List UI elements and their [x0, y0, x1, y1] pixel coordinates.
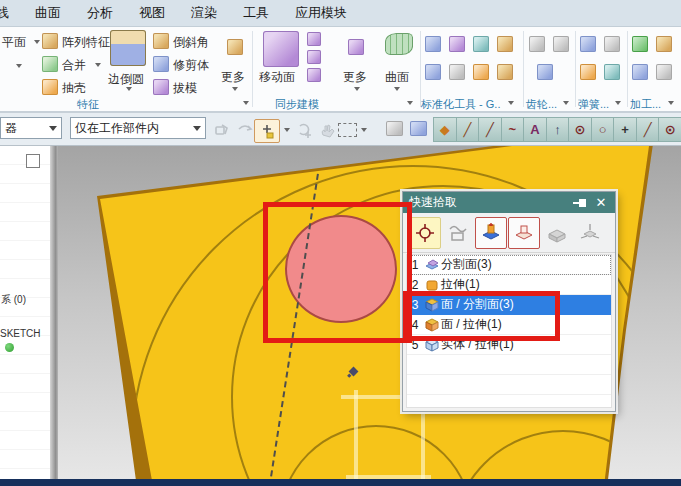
- gear-group-dropdown-icon[interactable]: [563, 101, 569, 105]
- machining-check-icon[interactable]: [632, 36, 648, 52]
- shell-icon[interactable]: [42, 79, 58, 95]
- std-tool-icon-8[interactable]: [497, 64, 513, 80]
- selection-scope-combo[interactable]: 仅在工作部件内: [70, 117, 206, 139]
- menu-item-tools[interactable]: 工具: [243, 4, 269, 22]
- snap-enable-icon[interactable]: ◆: [433, 117, 457, 142]
- snap-solid-icon[interactable]: [410, 121, 427, 136]
- quick-pick-titlebar[interactable]: 快速拾取 ✕: [403, 192, 615, 213]
- trim-body-button[interactable]: 修剪体: [173, 57, 209, 74]
- snap-arc-center-icon[interactable]: ↑: [546, 117, 570, 142]
- spring-tool-icon-4[interactable]: [604, 64, 620, 80]
- chamfer-icon[interactable]: [153, 33, 169, 49]
- snap-existing-point-icon[interactable]: +: [613, 117, 637, 142]
- spring-tool-icon-2[interactable]: [604, 36, 620, 52]
- machining-tool-icon-4[interactable]: [656, 64, 672, 80]
- more-sync-dropdown-icon[interactable]: [354, 87, 360, 91]
- filter-body-feature-button[interactable]: [508, 217, 540, 249]
- filter-solid-button[interactable]: [541, 217, 573, 249]
- unite-button[interactable]: 合并: [62, 57, 86, 74]
- std-tool-icon-4[interactable]: [497, 36, 513, 52]
- std-tool-icon-7[interactable]: [473, 64, 489, 80]
- snap-quadrant-icon[interactable]: ○: [591, 117, 615, 142]
- unite-icon[interactable]: [42, 56, 58, 72]
- pattern-feature-icon[interactable]: [42, 33, 58, 49]
- navigator-row-csys[interactable]: 系 (0): [1, 293, 26, 307]
- surface-icon[interactable]: [385, 33, 413, 55]
- trim-body-icon[interactable]: [153, 56, 169, 72]
- machining-group-dropdown-icon[interactable]: [668, 101, 674, 105]
- features-group-dropdown-icon[interactable]: [243, 101, 249, 105]
- filter-face-feature-button[interactable]: [475, 217, 507, 249]
- navigator-row-sketch[interactable]: SKETCH: [0, 328, 41, 339]
- std-tool-icon-3[interactable]: [473, 36, 489, 52]
- filter-wireframe-button[interactable]: [442, 217, 474, 249]
- snap-point-on-face-icon[interactable]: ⊙: [658, 117, 681, 142]
- plane-button[interactable]: 平面: [2, 34, 26, 51]
- machining-tool-icon-3[interactable]: [632, 64, 648, 80]
- hand-tool-icon[interactable]: [318, 121, 336, 139]
- datum-dropdown-icon[interactable]: [16, 64, 22, 68]
- snap-curve-icon[interactable]: ~: [501, 117, 525, 142]
- filter-all-button[interactable]: [409, 217, 441, 249]
- pin-icon[interactable]: [573, 197, 587, 209]
- more-features-icon[interactable]: [227, 39, 243, 55]
- edge-blend-icon[interactable]: [110, 30, 146, 66]
- move-face-button[interactable]: 移动面: [259, 69, 295, 86]
- offset-region-icon[interactable]: [307, 50, 321, 64]
- std-tool-icon-5[interactable]: [425, 64, 441, 80]
- snap-midpoint-icon[interactable]: ╱: [478, 117, 502, 142]
- gear-tool-icon-1[interactable]: [529, 36, 545, 52]
- select-previous-icon[interactable]: [236, 121, 254, 139]
- std-tool-icon-6[interactable]: [449, 64, 465, 80]
- spring-tool-icon-1[interactable]: [580, 36, 596, 52]
- more-sync-button[interactable]: 更多: [343, 69, 367, 86]
- spring-group-dropdown-icon[interactable]: [615, 101, 621, 105]
- more-features-button[interactable]: 更多: [221, 69, 245, 86]
- close-icon[interactable]: ✕: [593, 195, 609, 210]
- menu-item-view[interactable]: 视图: [139, 4, 165, 22]
- replace-face-icon[interactable]: [307, 68, 321, 82]
- plane-dropdown-icon[interactable]: [34, 40, 40, 44]
- menu-item-analysis[interactable]: 分析: [87, 4, 113, 22]
- draft-icon[interactable]: [153, 79, 169, 95]
- selection-filter-combo[interactable]: 器: [0, 117, 62, 139]
- more-sync-icon[interactable]: [348, 39, 364, 55]
- edge-blend-dropdown-icon[interactable]: [126, 87, 132, 91]
- surface-dropdown-icon[interactable]: [394, 87, 400, 91]
- shell-button[interactable]: 抽壳: [62, 80, 86, 97]
- snap-circle-center-icon[interactable]: ⊙: [568, 117, 592, 142]
- menu-item-application[interactable]: 应用模块: [295, 4, 347, 22]
- shaded-solid-icon[interactable]: [386, 121, 403, 136]
- std-tool-icon-1[interactable]: [425, 36, 441, 52]
- spring-tool-icon-3[interactable]: [580, 64, 596, 80]
- snap-intersection-icon[interactable]: A: [523, 117, 547, 142]
- pull-face-icon[interactable]: [307, 32, 321, 46]
- rectangle-select-icon[interactable]: [338, 123, 357, 137]
- navigator-checkbox[interactable]: [26, 154, 40, 168]
- gear-tool-icon-2[interactable]: [553, 36, 569, 52]
- move-face-icon[interactable]: [263, 31, 299, 67]
- edge-blend-button[interactable]: 边倒圆: [108, 71, 144, 88]
- snap-plus-dropdown-icon[interactable]: [284, 128, 290, 132]
- pattern-feature-button[interactable]: 阵列特征: [62, 34, 110, 51]
- rectangle-select-dropdown-icon[interactable]: [361, 128, 367, 132]
- draft-button[interactable]: 拔模: [173, 80, 197, 97]
- gear-tool-icon-3[interactable]: [537, 64, 553, 80]
- rotate-point-icon[interactable]: [296, 121, 314, 139]
- menu-item-surface[interactable]: 曲面: [35, 4, 61, 22]
- snap-plus-button[interactable]: [254, 119, 280, 143]
- snap-endpoint-icon[interactable]: ╱: [456, 117, 480, 142]
- more-features-dropdown-icon[interactable]: [232, 87, 238, 91]
- panel-splitter[interactable]: [50, 146, 58, 486]
- list-item-1[interactable]: 1 分割面(3): [407, 255, 611, 275]
- snap-point-on-curve-icon[interactable]: ╱: [636, 117, 660, 142]
- std-tool-icon-2[interactable]: [449, 36, 465, 52]
- surface-button[interactable]: 曲面: [385, 69, 409, 86]
- sync-group-dropdown-icon[interactable]: [407, 101, 413, 105]
- menu-item-curve[interactable]: 线: [0, 4, 9, 22]
- highlight-related-icon[interactable]: [213, 121, 231, 139]
- machining-tool-icon-2[interactable]: [656, 36, 672, 52]
- filter-component-button[interactable]: [574, 217, 606, 249]
- std-group-dropdown-icon[interactable]: [508, 101, 514, 105]
- unite-dropdown-icon[interactable]: [95, 63, 101, 67]
